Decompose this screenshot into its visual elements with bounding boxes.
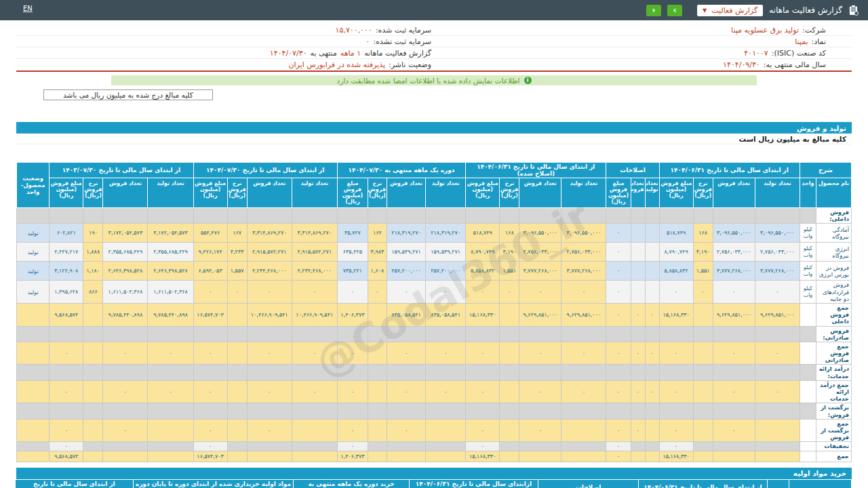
- value-cell: [645, 243, 659, 262]
- column-header: نرخ فروش (ریال): [83, 178, 103, 208]
- column-group-header: اصلاحات: [606, 163, 659, 178]
- row-label: فروش در بورس انرژی: [816, 262, 851, 281]
- value-cell: ۰: [606, 451, 631, 462]
- empty-cell: [387, 326, 425, 342]
- report-period-connector: منتهی به: [311, 49, 337, 58]
- column-group-header: وضعیت محصول- واحد: [17, 163, 50, 208]
- column-header: تعداد تولید: [292, 178, 337, 208]
- unit-cell: کیلو وات: [800, 243, 816, 262]
- empty-cell: [148, 365, 193, 380]
- value-cell: [561, 419, 606, 442]
- value-cell: ۰: [292, 281, 337, 304]
- value-cell: ۰: [337, 442, 368, 451]
- value-cell: [645, 281, 659, 304]
- column-group-header: از ابتدای سال مالی تا تاریخ ۱۴۰۳/۰۷/۳۰: [15, 479, 133, 488]
- value-cell: ۰: [193, 419, 227, 442]
- value-cell: ۰: [247, 419, 292, 442]
- empty-cell: [148, 208, 193, 224]
- language-switch-link[interactable]: EN: [23, 5, 33, 12]
- value-cell: ۰: [426, 281, 466, 304]
- value-cell: ۱,۵۵۱: [500, 262, 519, 281]
- section-row-label: برگشت از فروش:: [816, 403, 851, 419]
- value-cell: ۰: [337, 281, 368, 304]
- value-cell: ۲,۶۴۶,۳۹۸,۵۲۸: [148, 262, 193, 281]
- empty-cell: [387, 365, 425, 380]
- empty-cell: [426, 403, 466, 419]
- empty-cell: [83, 365, 103, 380]
- value-cell: ۰: [755, 281, 800, 304]
- empty-cell: [193, 403, 227, 419]
- report-type-dropdown-label: گزارش فعالیت: [711, 6, 757, 15]
- value-cell: ۲۱۸,۳۱۹,۲۷۰: [387, 224, 425, 243]
- empty-cell: [519, 326, 561, 342]
- table-row: جمع فروش داخلی۹,۶۲۹,۸۵۱,۰۰۰۹,۶۲۹,۸۵۱,۰۰۰…: [17, 303, 852, 326]
- value-cell: ۳,۰۹۶,۵۵۰,۰۰۰: [519, 224, 561, 243]
- value-cell: ۰: [659, 442, 693, 451]
- value-cell: ۰: [606, 342, 631, 365]
- value-cell: [368, 342, 387, 365]
- amounts-unit-note: کلیه مبالغ درج شده به میلیون ریال می باش…: [43, 89, 213, 100]
- empty-cell: [368, 326, 387, 342]
- value-cell: ۱۵,۱۶۸,۳۳۰: [659, 451, 693, 462]
- empty-cell: [561, 403, 606, 419]
- value-cell: ۰: [466, 442, 500, 451]
- value-cell: ۰: [693, 281, 713, 304]
- value-cell: ۰: [387, 281, 425, 304]
- clipboard-icon: [848, 5, 859, 16]
- value-cell: [368, 419, 387, 442]
- column-group-header: واحد: [768, 479, 789, 488]
- fiscal-year-value: ۱۴۰۴/۰۹/۳۰: [723, 60, 760, 69]
- empty-cell: [193, 208, 227, 224]
- value-cell: [227, 419, 247, 442]
- empty-cell: [227, 326, 247, 342]
- report-type-dropdown[interactable]: گزارش فعالیت ▼: [697, 5, 763, 16]
- column-header: واحد: [800, 178, 816, 208]
- empty-cell: [466, 403, 500, 419]
- value-cell: [103, 451, 148, 462]
- empty-cell: [800, 208, 816, 224]
- empty-cell: [247, 208, 292, 224]
- info-row: سال مالی منتهی به: ۱۴۰۴/۰۹/۳۰ وضعیت ناشر…: [16, 59, 852, 70]
- value-cell: ۹,۵۶۸,۵۷۴: [50, 451, 83, 462]
- value-cell: ۱۹۰: [83, 224, 103, 243]
- value-cell: [83, 342, 103, 365]
- value-cell: ۰: [292, 380, 337, 403]
- empty-cell: [466, 326, 500, 342]
- column-group-header: شرح: [800, 163, 851, 178]
- empty-cell: [50, 208, 83, 224]
- column-group-header: مواد اولیه خریداری شده از ابتدای دوره تا…: [133, 479, 293, 488]
- table-row: جمع فروش صادراتی۰۰۰۰۰۰۰۰۰۰۰۰۰۰۰۰۰۰: [17, 342, 852, 365]
- value-cell: ۳,۷۷۷,۲۶۸,۰۰۰: [519, 262, 561, 281]
- value-cell: ۰: [466, 380, 500, 403]
- unit-cell: کیلو وات: [800, 281, 816, 304]
- column-header: نرخ فروش (ریال): [500, 178, 519, 208]
- registered-capital-label: سرمایه ثبت شده:: [376, 26, 431, 35]
- empty-cell: [519, 365, 561, 380]
- status-cell: [17, 380, 50, 403]
- value-cell: ۰: [659, 419, 693, 442]
- symbol-value: بمپنا: [795, 37, 808, 46]
- next-report-button[interactable]: ›: [667, 5, 682, 16]
- value-cell: [755, 419, 800, 442]
- value-cell: ۰: [659, 342, 693, 365]
- report-period-value: ۱ ماهه: [340, 49, 361, 58]
- empty-cell: [631, 365, 645, 380]
- value-cell: ۶۳۵,۴۲۵: [337, 243, 368, 262]
- section-row-label: فروش صادراتی:: [816, 326, 851, 342]
- previous-report-button[interactable]: ‹: [646, 5, 661, 16]
- empty-cell: [148, 403, 193, 419]
- empty-cell: [800, 403, 816, 419]
- value-cell: ۰: [387, 342, 425, 365]
- value-cell: ۰: [247, 342, 292, 365]
- table-row: درآمد ارائه خدمات:: [17, 365, 852, 380]
- publisher-status-field: وضعیت ناشر: پذیرفته شده در فرابورس ایران: [16, 60, 434, 69]
- status-cell: [17, 451, 50, 462]
- publisher-status-label: وضعیت ناشر:: [389, 60, 431, 69]
- company-value: تولید برق عسلویه مپنا: [731, 26, 799, 35]
- empty-cell: [693, 326, 713, 342]
- value-cell: [755, 442, 800, 451]
- empty-cell: [631, 403, 645, 419]
- info-row: شرکت: تولید برق عسلویه مپنا سرمایه ثبت ش…: [16, 24, 852, 36]
- value-cell: ۹,۷۸۵,۴۴۰,۸۹۸: [103, 303, 148, 326]
- value-cell: ۰: [561, 281, 606, 304]
